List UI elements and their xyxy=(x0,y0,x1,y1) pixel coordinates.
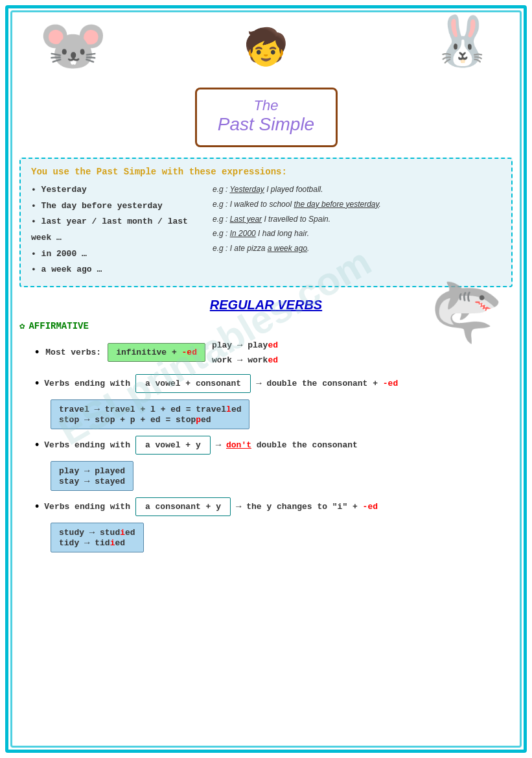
example-5: e.g : I ate pizza a week ago. xyxy=(213,241,501,256)
header: 🐭 🐰 🧒 The Past Simple xyxy=(19,13,513,147)
rule3-example-2: stay → stayed xyxy=(59,476,125,486)
title-the: The xyxy=(216,97,316,114)
rule3-intro: Verbs ending with xyxy=(44,440,130,450)
info-right: e.g : Yesterday I played football. e.g :… xyxy=(213,182,501,278)
rule1-examples: play → played work → worked xyxy=(212,338,278,368)
title-area: 🧒 The Past Simple xyxy=(195,26,338,147)
rule3-row: • Verbs ending with a vowel + y → don't … xyxy=(35,436,513,491)
rule2-inline: • Verbs ending with a vowel + consonant … xyxy=(35,374,513,393)
info-item-4: in 2000 … xyxy=(31,246,200,263)
left-decoration: 🐭 xyxy=(39,13,108,78)
rule2-example-box: travel → travel + l + ed = travelled sto… xyxy=(51,399,249,429)
rule4-result: → the y changes to "i" + -ed xyxy=(236,501,378,512)
bullet-4: • xyxy=(35,500,39,514)
page: ESLprintables.com 🐭 🐰 🧒 The Past Simple … xyxy=(0,0,532,758)
shark-decoration: 🦈 xyxy=(430,279,503,347)
rule2-row: • Verbs ending with a vowel + consonant … xyxy=(35,374,513,429)
example-2: e.g : I walked to school the day before … xyxy=(213,197,501,212)
example-4: e.g : In 2000 I had long hair. xyxy=(213,226,501,241)
right-decoration: 🐰 xyxy=(432,13,493,70)
bullet-3: • xyxy=(35,438,39,452)
affirmative-section: AFFIRMATIVE • Most verbs: infinitive + -… xyxy=(19,320,513,552)
bullet-1: • xyxy=(35,346,39,359)
info-content: Yesterday The day before yesterday last … xyxy=(31,182,501,278)
info-item-3: last year / last month / last week … xyxy=(31,214,200,246)
rule3-examples: play → played stay → stayed xyxy=(51,457,513,491)
rule2-examples: travel → travel + l + ed = travelled sto… xyxy=(51,396,513,429)
rule2-box: a vowel + consonant xyxy=(135,374,251,393)
rule4-intro: Verbs ending with xyxy=(44,502,130,512)
rule4-examples: study → studied tidy → tidied xyxy=(51,519,513,552)
rule3-example-box: play → played stay → stayed xyxy=(51,461,133,491)
rule2-example-2: stop → stop + p + ed = stopped xyxy=(59,414,241,425)
rule4-example-box: study → studied tidy → tidied xyxy=(51,523,144,552)
rule4-example-1: study → studied xyxy=(59,527,135,538)
rule2-result: → double the consonant + -ed xyxy=(256,378,398,388)
rule2-intro: Verbs ending with xyxy=(44,379,130,388)
rule3-result: → don't double the consonant xyxy=(216,440,358,450)
rule3-box: a vowel + y xyxy=(135,436,211,455)
info-item-2: The day before yesterday xyxy=(31,198,200,215)
info-item-1: Yesterday xyxy=(31,182,200,198)
info-left: Yesterday The day before yesterday last … xyxy=(31,182,200,278)
rule2-example-1: travel → travel + l + ed = travelled xyxy=(59,404,241,414)
example-3: e.g : Last year I travelled to Spain. xyxy=(213,212,501,227)
rule4-box: a consonant + y xyxy=(135,497,231,516)
rule3-example-1: play → played xyxy=(59,466,125,476)
info-heading: You use the Past Simple with these expre… xyxy=(31,167,501,177)
rule1-box: infinitive + -ed xyxy=(108,343,205,362)
title-character: 🧒 xyxy=(244,26,288,68)
rule4-example-2: tidy → tidied xyxy=(59,538,135,548)
title-past-simple: Past Simple xyxy=(216,114,316,135)
bullet-2: • xyxy=(35,377,39,390)
info-box: You use the Past Simple with these expre… xyxy=(19,158,513,287)
example-1: e.g : Yesterday I played football. xyxy=(213,182,501,197)
rule4-inline: • Verbs ending with a consonant + y → th… xyxy=(35,497,513,516)
most-verbs-label: Most verbs: xyxy=(45,348,101,357)
info-item-5: a week ago … xyxy=(31,262,200,278)
rule3-inline: • Verbs ending with a vowel + y → don't … xyxy=(35,436,513,455)
title-box: The Past Simple xyxy=(195,88,338,147)
rule4-row: • Verbs ending with a consonant + y → th… xyxy=(35,497,513,552)
